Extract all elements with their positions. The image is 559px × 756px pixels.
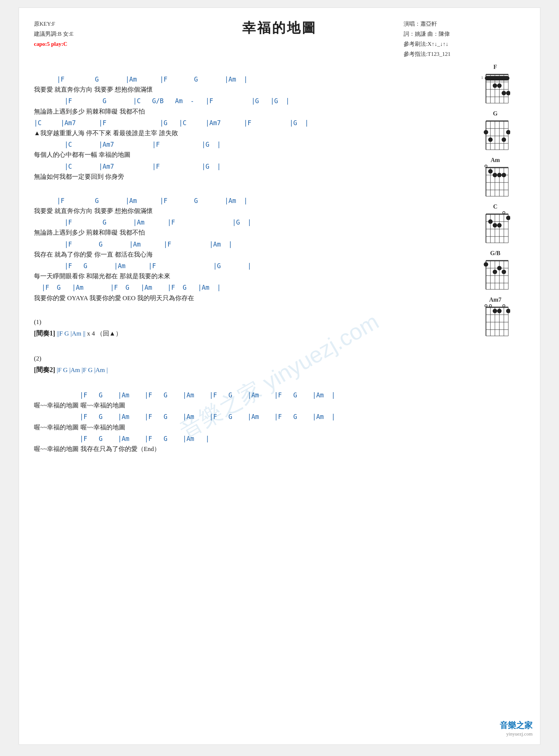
chord-am7: Am7 [475, 296, 516, 339]
chord-line-11: |F G |Am |F G |Am |F G |Am |F G |Am | [34, 390, 447, 400]
svg-point-29 [488, 137, 493, 142]
lyric-line-6: 我要愛 就直奔你方向 我要夢 想抱你個滿懷 [34, 206, 447, 216]
chord-line-8: |F G |Am |F |Am | [34, 239, 447, 250]
capo-info: capo:5 play:C [34, 39, 73, 49]
logo-main-text: 音樂之家 [500, 720, 533, 731]
svg-point-44 [488, 169, 493, 174]
page-title: 幸福的地圖 [34, 19, 525, 37]
chord-line-3: |C |Am7 |F |G |C |Am7 |F |G | [34, 118, 447, 128]
svg-point-77 [493, 270, 497, 274]
chord-line-2: |F G |C G/B Am - |F |G |G | [34, 96, 447, 106]
chord-am: Am [475, 157, 516, 200]
lyric-line-7: 無論路上遇到多少 荊棘和障礙 我都不怕 [34, 228, 447, 238]
svg-point-46 [497, 173, 502, 177]
section-outro: |F G |Am |F G |Am |F G |Am |F G |Am | 喔~… [34, 390, 447, 454]
chord-gb: G/B [475, 250, 516, 293]
svg-point-30 [506, 130, 510, 134]
label-1: (1) [34, 317, 447, 327]
lyric-line-13: 喔~~幸福的地圖 我存在只為了你的愛（End） [34, 444, 447, 454]
lyric-line-2: 無論路上遇到多少 荊棘和障礙 我都不怕 [34, 107, 447, 117]
svg-text:1: 1 [481, 75, 483, 80]
svg-point-48 [503, 212, 505, 214]
svg-point-81 [503, 305, 505, 307]
chord-diagrams: F 1 [458, 64, 533, 339]
chord-line-12: |F G |Am |F G |Am |F G |Am |F G |Am | [34, 412, 447, 422]
section-verse1: |F G |Am |F G |Am | 我要愛 就直奔你方向 我要夢 想抱你個滿… [34, 74, 447, 182]
lyric-line-8: 我存在 就為了你的愛 你一直 都活在我心海 [34, 250, 447, 260]
interlude-1: [間奏1] ||F G |Am || x 4 （回▲） [34, 327, 447, 340]
section-interlude2: (2) [間奏2] |F G |Am |F G |Am | [34, 354, 447, 376]
chord-line-4: |C |Am7 |F |G | [34, 140, 447, 150]
lyric-line-11: 喔~~幸福的地圖 喔~~幸福的地圖 [34, 400, 447, 410]
lyric-line-9: 每一天睜開眼看你 和陽光都在 那就是我要的未來 [34, 271, 447, 281]
lyric-line-1: 我要愛 就直奔你方向 我要夢 想抱你個滿懷 [34, 85, 447, 95]
svg-point-28 [484, 130, 488, 134]
chord-line-6: |F G |Am |F G |Am | [34, 196, 447, 206]
chord-f: F 1 [475, 64, 516, 107]
suggestion-info: 建議男調:B 女:E [34, 29, 73, 39]
svg-point-45 [493, 173, 497, 177]
lyric-line-10: 我要你的愛 OYAYA 我要你的愛 OEO 我的明天只為你存在 [34, 293, 447, 303]
svg-point-78 [502, 270, 506, 274]
svg-point-61 [488, 219, 493, 224]
svg-point-16 [506, 91, 510, 95]
svg-point-14 [497, 83, 502, 88]
section-verse2: |F G |Am |F G |Am | 我要愛 就直奔你方向 我要夢 想抱你個滿… [34, 196, 447, 303]
lyric-line-4: 每個人的心中都有一幅 幸福的地圖 [34, 150, 447, 160]
logo-bottom: 音樂之家 yinyuezj.com [500, 720, 533, 737]
svg-point-79 [485, 305, 487, 307]
lyric-line-12: 喔~~幸福的地圖 喔~~幸福的地圖 [34, 422, 447, 432]
meta-left: 原KEY:F 建議男調:B 女:E capo:5 play:C [34, 19, 73, 49]
chord-g: G [475, 110, 516, 153]
singer-info: 演唱：蕭亞軒 [404, 19, 451, 29]
logo-sub-text: yinyuezj.com [500, 731, 533, 737]
svg-point-94 [497, 309, 502, 313]
svg-point-93 [493, 309, 497, 313]
svg-point-47 [502, 173, 506, 177]
chord-line-9: |F G |Am |F |G | [34, 261, 447, 271]
svg-point-31 [502, 137, 506, 142]
svg-point-75 [484, 262, 488, 267]
fingering-info: 參考指法:T123_121 [404, 49, 451, 59]
song-content: |F G |Am |F G |Am | 我要愛 就直奔你方向 我要夢 想抱你個滿… [34, 74, 447, 454]
svg-point-32 [485, 165, 487, 167]
svg-point-15 [502, 91, 506, 95]
key-info: 原KEY:F [34, 19, 73, 29]
section-interlude1: (1) [間奏1] ||F G |Am || x 4 （回▲） [34, 317, 447, 340]
chord-line-5: |C |Am7 |F |G | [34, 162, 447, 172]
chord-c: C [475, 203, 516, 246]
lyricist-info: 詞：姚謙 曲：陳偉 [404, 29, 451, 39]
chord-line-13: |F G |Am |F G |Am | [34, 434, 447, 444]
strumming-info: 參考刷法:X↑↓_↓↑↓ [404, 39, 451, 49]
svg-point-13 [493, 83, 497, 88]
svg-point-95 [506, 309, 510, 313]
svg-point-76 [497, 266, 502, 270]
interlude-2: [間奏2] |F G |Am |F G |Am | [34, 364, 447, 376]
label-2: (2) [34, 354, 447, 363]
page: 幸福的地圖 原KEY:F 建議男調:B 女:E capo:5 play:C 演唱… [19, 7, 540, 745]
chord-line-7: |F G |Am |F |G | [34, 217, 447, 228]
svg-rect-12 [485, 76, 509, 80]
chord-line-1: |F G |Am |F G |Am | [34, 74, 447, 85]
svg-point-62 [497, 223, 502, 228]
lyric-line-5: 無論如何我都一定要回到 你身旁 [34, 172, 447, 182]
lyric-line-3: ▲我穿越重重人海 停不下來 看最後誰是主宰 誰失敗 [34, 128, 447, 138]
svg-point-60 [506, 216, 510, 220]
meta-right: 演唱：蕭亞軒 詞：姚謙 曲：陳偉 參考刷法:X↑↓_↓↑↓ 參考指法:T123_… [404, 19, 451, 59]
chord-line-10: |F G |Am |F G |Am |F G |Am | [34, 283, 447, 293]
svg-point-80 [489, 305, 492, 307]
svg-point-63 [493, 223, 497, 228]
